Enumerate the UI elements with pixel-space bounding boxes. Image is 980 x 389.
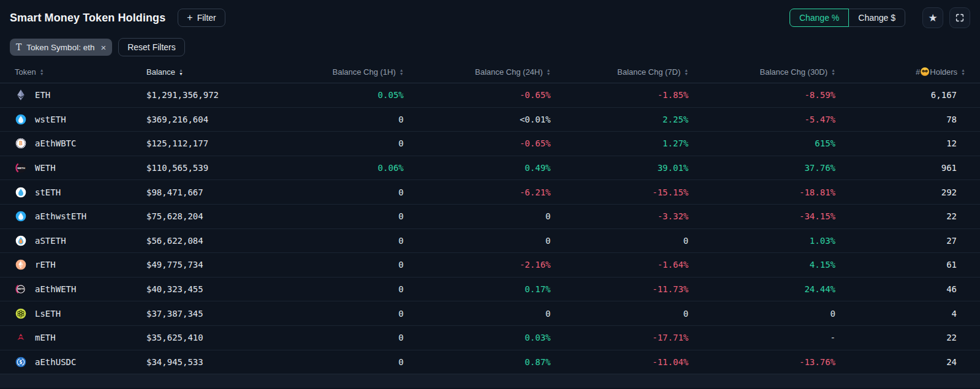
balance-chg-7d-cell: 0 [551,309,688,319]
toggle-change-dollar[interactable]: Change $ [848,9,905,27]
close-icon[interactable]: × [99,43,106,52]
column-header-token[interactable]: Token▲▼ [15,67,146,77]
table-row[interactable]: ETH$1,291,356,9720.05%-0.65%-1.85%-8.59%… [0,83,980,108]
holdings-table: Token▲▼Balance▲▼Balance Chg (1H)▲▼Balanc… [0,61,980,388]
asteth-icon [15,235,27,247]
text-filter-icon: T [16,42,21,52]
balance-chg-7d-cell: 39.01% [551,163,688,173]
column-header-balance-chg-7d-[interactable]: Balance Chg (7D)▲▼ [551,67,688,77]
balance-chg-1h-cell: 0 [272,115,404,124]
token-symbol: aEthUSDC [35,357,76,367]
column-label: Balance Chg (24H) [475,67,543,77]
holders-cell: 292 [835,187,965,197]
balance-chg-7d-cell: 1.27% [551,138,688,148]
balance-cell: $125,112,177 [146,138,272,148]
holders-cell: 46 [835,284,965,294]
meth-icon [15,331,27,344]
token-cell: WETHWETH [15,162,146,174]
table-row[interactable]: stETH$98,471,6670-6.21%-15.15%-18.81%292 [0,180,980,205]
wbtc-icon: B [15,137,27,149]
column-label: Token [15,67,36,77]
balance-chg-7d-cell: -1.64% [551,260,688,270]
change-mode-toggle: Change % Change $ [790,9,905,27]
reth-icon [15,259,27,271]
filter-chip-label: Token Symbol: eth [26,43,94,52]
column-header-balance-chg-24h-[interactable]: Balance Chg (24H)▲▼ [404,67,551,77]
balance-cell: $34,945,533 [146,357,272,367]
balance-chg-30d-cell: -5.47% [688,115,835,124]
balance-chg-1h-cell: 0.06% [272,163,404,173]
table-row[interactable]: aEthwstETH$75,628,20400-3.32%-34.15%22 [0,205,980,229]
star-icon: ★ [928,13,937,23]
svg-text:$: $ [19,359,22,365]
column-header-balance-chg-30d-[interactable]: Balance Chg (30D)▲▼ [688,67,835,77]
table-row[interactable]: LsETH$37,387,34500004 [0,301,980,326]
table-row[interactable]: BaEthWBTC$125,112,1770-0.65%1.27%615%12 [0,132,980,156]
balance-chg-7d-cell: -11.04% [551,357,688,367]
holders-cell: 4 [835,309,965,319]
toggle-change-percent[interactable]: Change % [790,9,849,27]
balance-chg-24h-cell: 0.87% [404,357,551,367]
page-title: Smart Money Token Holdings [10,12,165,25]
token-cell: rETH [15,259,146,271]
balance-chg-7d-cell: 0 [551,236,688,246]
balance-chg-1h-cell: 0 [272,260,404,270]
sort-icon: ▲▼ [831,69,835,76]
balance-chg-24h-cell: -0.65% [404,90,551,100]
table-row[interactable]: wstETH$369,216,6040<0.01%2.25%-5.47%78 [0,108,980,132]
filter-chip-token-symbol[interactable]: T Token Symbol: eth × [10,39,112,56]
holders-cell: 12 [835,138,965,148]
balance-chg-1h-cell: 0.05% [272,90,404,100]
eth-icon [15,89,27,101]
token-cell: LsETH [15,308,146,320]
add-filter-button[interactable]: + Filter [178,9,225,27]
balance-chg-1h-cell: 0 [272,333,404,342]
token-symbol: rETH [35,260,56,270]
token-cell: mETH [15,331,146,344]
token-symbol: WETH [35,163,56,173]
table-row[interactable]: aSTETH$56,622,0840001.03%27 [0,229,980,254]
balance-chg-7d-cell: -3.32% [551,211,688,221]
column-header-balance-chg-1h-[interactable]: Balance Chg (1H)▲▼ [272,67,404,77]
sort-icon: ▲▼ [179,69,183,76]
table-row[interactable]: $aEthUSDC$34,945,53300.87%-11.04%-13.76%… [0,350,980,375]
balance-chg-1h-cell: 0 [272,236,404,246]
table-row[interactable]: rETH$49,775,7340-2.16%-1.64%4.15%61 [0,253,980,278]
top-bar: Smart Money Token Holdings + Filter Chan… [10,7,970,28]
svg-text:WETH: WETH [17,167,25,170]
table-row[interactable]: mETH$35,625,41000.03%-17.71%-22 [0,326,980,350]
balance-chg-1h-cell: 0 [272,309,404,319]
balance-chg-30d-cell: -13.76% [688,357,835,367]
token-cell: stETH [15,186,146,198]
reset-filters-button[interactable]: Reset Filters [118,38,185,56]
balance-chg-1h-cell: 0 [272,138,404,148]
table-row[interactable]: WETHaEthWETH$40,323,45500.17%-11.73%24.4… [0,278,980,302]
holders-cell: 24 [835,357,965,367]
token-cell: wstETH [15,113,146,126]
token-symbol: stETH [35,187,61,197]
balance-chg-7d-cell: -11.73% [551,284,688,294]
balance-chg-30d-cell: -18.81% [688,187,835,197]
balance-cell: $37,387,345 [146,309,272,319]
weth-icon: WETH [15,162,27,174]
balance-chg-24h-cell: 0 [404,236,551,246]
token-symbol: aSTETH [35,236,66,246]
balance-chg-30d-cell: 1.03% [688,236,835,246]
holders-cell: 22 [835,333,965,342]
balance-chg-30d-cell: -8.59% [688,90,835,100]
add-filter-label: Filter [197,13,216,23]
balance-chg-24h-cell: 0 [404,211,551,221]
token-cell: aEthwstETH [15,210,146,222]
fullscreen-button[interactable] [949,7,970,28]
favorite-button[interactable]: ★ [922,7,943,28]
sort-icon: ▲▼ [546,69,551,76]
balance-cell: $98,471,667 [146,187,272,197]
column-header-balance[interactable]: Balance▲▼ [146,67,272,77]
sort-icon: ▲▼ [684,69,688,76]
nerd-face-emoji [921,67,929,76]
table-header-row: Token▲▼Balance▲▼Balance Chg (1H)▲▼Balanc… [0,61,980,83]
token-symbol: ETH [35,90,50,100]
token-symbol: LsETH [35,309,61,319]
column-header-holders[interactable]: #Holders▲▼ [835,67,965,77]
table-row[interactable]: WETHWETH$110,565,5390.06%0.49%39.01%37.7… [0,156,980,181]
